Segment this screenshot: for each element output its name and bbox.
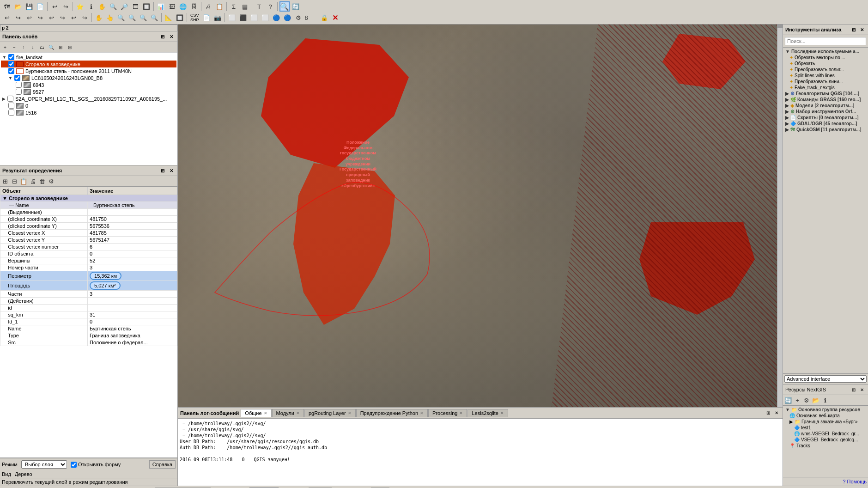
expand-fire-landsat[interactable]: ▼ xyxy=(2,55,6,60)
tree-item-quickosm[interactable]: ▶ 🗺 QuickOSM [11 реалгоритм...] xyxy=(784,127,867,133)
tree-res-vsegei[interactable]: 🔷 VSEGEI_Bedrock_geolog... xyxy=(784,437,867,443)
layer-cb-6943[interactable] xyxy=(16,82,22,88)
layer-panel-expand-icon[interactable]: ⊞ xyxy=(159,33,166,40)
tree-item-split-lines[interactable]: ✦ Split lines with lines xyxy=(784,73,867,79)
log-tab-pgrouting[interactable]: pgRouting Layer ✕ xyxy=(304,409,356,417)
refresh-btn[interactable]: 🔄 xyxy=(291,1,301,12)
resources-expand-icon[interactable]: ⊞ xyxy=(850,386,857,393)
save-btn[interactable]: 💾 xyxy=(24,1,34,12)
add-vector-btn[interactable]: 📊 xyxy=(156,1,166,12)
tree-item-gdal[interactable]: ▶ 🔷 GDAL/OGR [45 геоалгор...] xyxy=(784,121,867,127)
analysis-search-input[interactable] xyxy=(785,37,866,45)
log-expand-icon[interactable]: ⊞ xyxy=(765,409,772,417)
polygon-btn[interactable]: ⬜ xyxy=(260,12,270,23)
measure-btn[interactable]: 📐 xyxy=(164,12,174,23)
zoom2-btn[interactable]: 🔍 xyxy=(127,12,137,23)
open-btn[interactable]: 📂 xyxy=(13,1,23,12)
csv-btn[interactable]: 📄 xyxy=(201,12,212,23)
tree-res-webmap[interactable]: 🌐 Основная веб-карта xyxy=(784,413,867,419)
tree-item-orfeo[interactable]: ▶ ⚙ Набор инструментов Orf... xyxy=(784,109,867,115)
res-add-btn[interactable]: + xyxy=(793,396,801,404)
interface-select[interactable]: Advanced interface Simple interface xyxy=(784,375,867,383)
id-print-btn[interactable]: 🖨 xyxy=(29,177,37,185)
tree-item-clip-vector[interactable]: ✦ Обрезать векторы по ... xyxy=(784,55,867,61)
add-postgis-btn[interactable]: 🗄 xyxy=(189,1,199,12)
open-form-checkbox[interactable] xyxy=(71,462,77,468)
expand-s2a[interactable]: ▶ xyxy=(2,97,6,101)
filter-layer-btn[interactable]: 🔍 xyxy=(47,43,55,51)
log-close-icon[interactable]: ✕ xyxy=(773,409,780,417)
map-canvas[interactable]: Положение Федеральном государственном бю… xyxy=(178,24,783,407)
layer-cb-1516[interactable] xyxy=(8,110,14,116)
measure2-btn[interactable]: 🔲 xyxy=(175,12,185,23)
remove-layer-btn[interactable]: − xyxy=(10,43,18,51)
add-layer-btn[interactable]: + xyxy=(1,43,9,51)
log-tab-pgrouting-close[interactable]: ✕ xyxy=(348,411,352,415)
label-btn[interactable]: T xyxy=(254,1,264,12)
layer-cb-lc816[interactable] xyxy=(14,75,20,81)
screenshot-btn[interactable]: 📷 xyxy=(212,12,223,23)
collapse-all-btn[interactable]: ⊟ xyxy=(66,43,74,51)
open-form-label[interactable]: Открывать форму xyxy=(71,462,121,468)
zoom-in-btn[interactable]: 🔍 xyxy=(108,1,118,12)
deselect-btn[interactable]: 🔍 xyxy=(116,12,126,23)
down-layer-btn[interactable]: ↓ xyxy=(29,43,37,51)
log-tab-modules[interactable]: Модули ✕ xyxy=(272,409,304,417)
redo-btn[interactable]: ↪ xyxy=(61,1,71,12)
ellipse-btn[interactable]: ⬜ xyxy=(249,12,259,23)
log-tab-general-close[interactable]: ✕ xyxy=(264,411,267,415)
rect-btn[interactable]: ⬜ xyxy=(227,12,237,23)
up-layer-btn[interactable]: ↑ xyxy=(19,43,28,51)
expand-all-btn[interactable]: ⊞ xyxy=(56,43,65,51)
snap-btn[interactable]: ✋ xyxy=(94,12,104,23)
tree-res-wms[interactable]: 🌐 wms-VSEGEI_Bedrock_gr... xyxy=(784,431,867,437)
log-tab-processing[interactable]: Processing ✕ xyxy=(428,409,467,417)
log-tab-python[interactable]: Предупреждение Python ✕ xyxy=(356,409,428,417)
tree-item-poly[interactable]: ✦ Преобразовать полиг... xyxy=(784,67,867,73)
edit-redo-btn[interactable]: ↪ xyxy=(13,12,23,23)
layer-item-fire-landsat[interactable]: ▼ fire_landsat xyxy=(1,54,176,61)
layer-item-1516[interactable]: 1516 xyxy=(1,109,176,116)
layer-item-lc816[interactable]: ▼ LC81650242016243LGN00_B8 xyxy=(1,74,176,81)
expand-lc816[interactable]: ▼ xyxy=(8,76,12,80)
id-expand-btn[interactable]: ⊞ xyxy=(1,177,9,185)
layer-cb-fire-landsat[interactable] xyxy=(8,54,14,60)
add-wms-btn[interactable]: 🌐 xyxy=(178,1,188,12)
layer-cb-9527[interactable] xyxy=(16,89,22,95)
select-btn[interactable]: ⭐ xyxy=(75,1,85,12)
id-copy-btn[interactable]: 📋 xyxy=(19,177,28,185)
tree-item-fake-track[interactable]: ✦ Fake_track_nextgis xyxy=(784,85,867,91)
analysis-expand-icon[interactable]: ⊞ xyxy=(850,26,857,33)
add-ring-btn[interactable]: ↪ xyxy=(79,12,90,23)
help-btn-bottom[interactable]: Справка xyxy=(149,460,176,469)
id-collapse-btn[interactable]: ⊟ xyxy=(10,177,18,185)
scale-btn[interactable]: ↪ xyxy=(57,12,67,23)
move-btn[interactable]: ↪ xyxy=(35,12,45,23)
layer-item-sgorelo[interactable]: Сгорело в заповеднике xyxy=(1,61,176,67)
identify-btn[interactable]: ℹ xyxy=(86,1,96,12)
identify-close-icon[interactable]: ✕ xyxy=(168,167,175,174)
save-as-btn[interactable]: 📄 xyxy=(35,1,45,12)
attr-table-btn[interactable]: ▤ xyxy=(240,1,250,12)
zoom-out-btn[interactable]: 🔎 xyxy=(119,1,129,12)
analysis-close-icon[interactable]: ✕ xyxy=(858,26,866,33)
layer-item-burtinska[interactable]: Буртинская степь - положение 2011 UTM40N xyxy=(1,67,176,74)
tree-item-models[interactable]: ▶ ◈ Модели [2 геоалгоритм...] xyxy=(784,103,867,109)
layer-panel-close-icon[interactable]: ✕ xyxy=(168,33,175,40)
log-tab-modules-close[interactable]: ✕ xyxy=(296,411,300,415)
log-tab-lesis[interactable]: Lesis2sqlite ✕ xyxy=(467,409,508,417)
log-tab-processing-close[interactable]: ✕ xyxy=(459,411,463,415)
res-open-btn[interactable]: 📂 xyxy=(812,396,820,404)
tree-res-tracks[interactable]: 📍 Tracks xyxy=(784,443,867,449)
res-info-btn[interactable]: ℹ xyxy=(821,396,829,404)
id-settings-btn[interactable]: ⚙ xyxy=(47,177,55,185)
layer-cb-0[interactable] xyxy=(8,103,14,109)
layer-cb-sgorelo[interactable] xyxy=(8,61,14,67)
layer-item-6943[interactable]: 6943 xyxy=(1,81,176,88)
log-tab-lesis-close[interactable]: ✕ xyxy=(500,411,504,415)
layer-cb-burtinska[interactable] xyxy=(8,68,14,74)
res-refresh-btn[interactable]: 🔄 xyxy=(784,396,792,404)
layer-item-0[interactable]: 0 xyxy=(1,102,176,109)
rotate-btn[interactable]: ↩ xyxy=(46,12,56,23)
undo-btn[interactable]: ↩ xyxy=(49,1,60,12)
